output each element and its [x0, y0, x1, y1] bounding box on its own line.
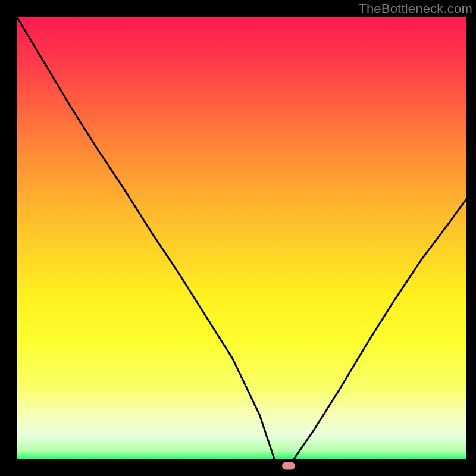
chart-frame: TheBottleneck.com	[0, 0, 476, 476]
border-bottom	[0, 459, 476, 476]
plot-area	[17, 17, 466, 466]
bottleneck-curve	[17, 17, 466, 466]
watermark-text: TheBottleneck.com	[358, 1, 472, 17]
border-right	[466, 0, 476, 476]
optimum-marker	[282, 462, 295, 470]
border-left	[0, 0, 17, 476]
